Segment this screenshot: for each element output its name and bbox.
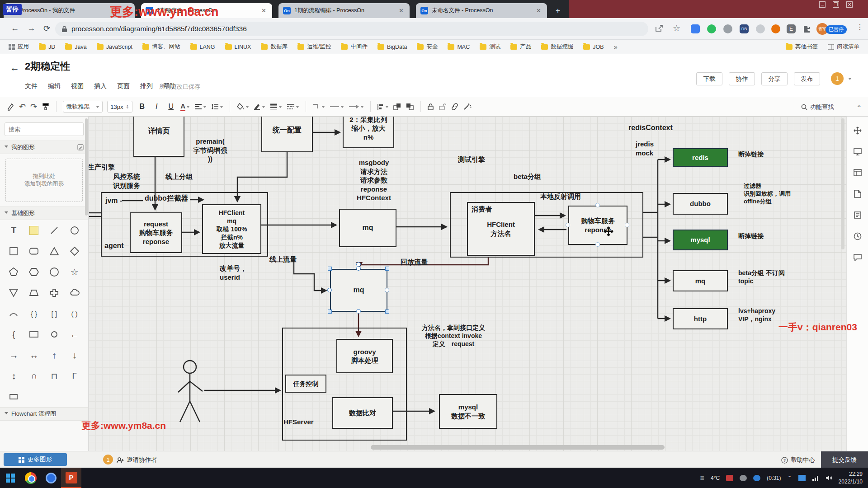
- vertical-scrollbar[interactable]: [841, 118, 844, 249]
- collaborator-badge[interactable]: 1: [831, 72, 844, 85]
- bookmark-item[interactable]: BigData: [373, 42, 411, 52]
- invite-collaborator-button[interactable]: 邀请协作者: [117, 456, 157, 464]
- bookmark-star-icon[interactable]: ☆: [673, 23, 680, 33]
- tab-close-icon[interactable]: ✕: [397, 7, 405, 14]
- header-action-button[interactable]: 协作: [729, 72, 755, 85]
- diagram-node-detail[interactable]: 详情页: [133, 117, 184, 157]
- header-action-button[interactable]: 分享: [761, 72, 788, 85]
- collab-caret-icon[interactable]: [848, 78, 852, 80]
- shape-arrow-up[interactable]: ↑: [44, 347, 65, 363]
- feedback-button[interactable]: 提交反馈: [821, 451, 868, 468]
- bookmark-item[interactable]: JOB: [579, 42, 608, 52]
- extension-evernote-icon[interactable]: [707, 24, 716, 33]
- extension-icon[interactable]: [723, 24, 732, 33]
- lock-icon[interactable]: [427, 103, 434, 110]
- bookmark-item[interactable]: 数据库: [257, 42, 292, 52]
- shape-star[interactable]: ☆: [64, 264, 85, 280]
- section-flowchart[interactable]: Flowchart 流程图: [0, 407, 88, 421]
- shape-bracket-pair[interactable]: [ ]: [44, 306, 65, 321]
- diagram-label[interactable]: 线上分组: [165, 172, 193, 181]
- speaker-icon[interactable]: [826, 475, 832, 481]
- diagram-label[interactable]: 生产引擎: [89, 163, 115, 172]
- diagram-label[interactable]: 回放流量: [401, 258, 428, 267]
- style-brush-icon[interactable]: [42, 103, 50, 111]
- diagram-label[interactable]: 断掉链接: [738, 232, 764, 240]
- diagram-node-mq2[interactable]: mq: [330, 269, 387, 312]
- diagram-connector[interactable]: [294, 257, 326, 291]
- taskbar-clock[interactable]: 22:29 2022/1/10: [839, 470, 863, 485]
- diagram-node-sample[interactable]: 2：采集比列 缩小，放大 n%: [343, 117, 394, 148]
- bookmark-item[interactable]: JavaScript: [93, 42, 137, 52]
- history-icon[interactable]: [854, 232, 862, 242]
- shape-brace[interactable]: {: [4, 327, 24, 342]
- extension-icon[interactable]: [756, 24, 765, 33]
- display-icon[interactable]: [798, 475, 806, 481]
- reload-icon[interactable]: ⟳: [43, 23, 50, 33]
- shape-cap-u[interactable]: ∩: [24, 368, 44, 384]
- shape-cloud[interactable]: [64, 285, 85, 300]
- tab-close-icon[interactable]: ✕: [260, 7, 268, 14]
- resize-handle[interactable]: [385, 267, 389, 271]
- new-tab-button[interactable]: +: [552, 5, 563, 16]
- close-icon[interactable]: ✕: [846, 1, 853, 8]
- shape-angle[interactable]: Γ: [64, 368, 85, 384]
- bookmark-item[interactable]: 阅读清单: [824, 42, 863, 52]
- shape-pentagon[interactable]: [4, 264, 24, 280]
- shape-trapezoid[interactable]: [24, 285, 44, 300]
- sidebar-scrollbar[interactable]: [85, 118, 88, 216]
- bookmark-item[interactable]: MAC: [443, 42, 474, 52]
- back-icon[interactable]: ←: [11, 23, 19, 33]
- diagram-label[interactable]: beta分组: [514, 172, 541, 181]
- shape-note[interactable]: [24, 223, 44, 238]
- line-spacing-button[interactable]: [211, 103, 223, 110]
- taskbar-powerpoint-icon[interactable]: P: [61, 468, 81, 488]
- diagram-node-http[interactable]: http: [673, 308, 728, 329]
- more-shapes-button[interactable]: 更多图形: [4, 453, 67, 466]
- menu-item[interactable]: 编辑: [48, 82, 61, 90]
- diagram-label[interactable]: 断掉链接: [738, 150, 764, 158]
- diagram-node-mysqldiff[interactable]: mysql 数据不一致: [439, 394, 497, 429]
- diagram-label[interactable]: 方法名，拿到接口定义 根据context invoke 定义 request: [402, 324, 505, 348]
- connection-handle[interactable]: [595, 242, 600, 247]
- shape-small-circle[interactable]: [44, 327, 65, 342]
- bookmark-item[interactable]: LANG: [186, 42, 219, 52]
- edit-icon[interactable]: [77, 144, 84, 150]
- menu-item[interactable]: 视图: [71, 82, 84, 90]
- diagram-node-mysql[interactable]: mysql: [673, 230, 728, 250]
- shape-line[interactable]: [44, 223, 65, 238]
- shape-square[interactable]: [4, 244, 24, 259]
- bookmark-item[interactable]: 产品: [506, 42, 535, 52]
- connector-style-button[interactable]: [312, 103, 325, 110]
- pages-panel-icon[interactable]: [854, 190, 861, 200]
- diagram-label[interactable]: dubbo拦截器: [145, 194, 189, 203]
- align-objects-button[interactable]: [377, 103, 389, 110]
- diagram-node-groovy[interactable]: groovy 脚本处理: [336, 339, 393, 373]
- bookmark-item[interactable]: 中间件: [337, 42, 372, 52]
- link-icon[interactable]: [451, 103, 459, 110]
- extension-db-icon[interactable]: DB: [740, 24, 749, 33]
- back-to-files-icon[interactable]: ←: [10, 62, 19, 73]
- diagram-label[interactable]: HFServer: [283, 418, 314, 427]
- bring-forward-icon[interactable]: [393, 103, 401, 110]
- forward-icon[interactable]: →: [27, 23, 35, 33]
- person-stick-figure[interactable]: [178, 361, 203, 422]
- weather-temp[interactable]: 4°C: [711, 475, 720, 481]
- header-action-button[interactable]: 发布: [794, 72, 820, 85]
- address-bar[interactable]: processon.com/diagraming/61d5885f7d9c083…: [55, 22, 648, 36]
- extension-icon[interactable]: [771, 24, 780, 33]
- bookmark-item[interactable]: 博客、网站: [138, 42, 184, 52]
- bookmark-item[interactable]: 数据挖掘: [537, 42, 577, 52]
- diagram-node-dubbo[interactable]: dubbo: [673, 193, 728, 215]
- shape-inv-triangle[interactable]: [4, 285, 24, 300]
- shape-arrow-right[interactable]: →: [4, 347, 24, 363]
- resize-handle[interactable]: [328, 267, 332, 271]
- connection-handle[interactable]: [625, 223, 629, 227]
- underline-button[interactable]: U: [166, 103, 176, 111]
- font-size-select[interactable]: 13px⇕: [107, 101, 132, 113]
- line-tool-button[interactable]: [330, 104, 344, 109]
- redo-icon[interactable]: ↷: [30, 102, 37, 112]
- arrow-tool-button[interactable]: [349, 104, 364, 109]
- extension-translate-icon[interactable]: [691, 24, 700, 33]
- font-family-select[interactable]: 微软雅黑: [63, 101, 103, 113]
- video-pause-overlay[interactable]: 暂停: [3, 4, 22, 15]
